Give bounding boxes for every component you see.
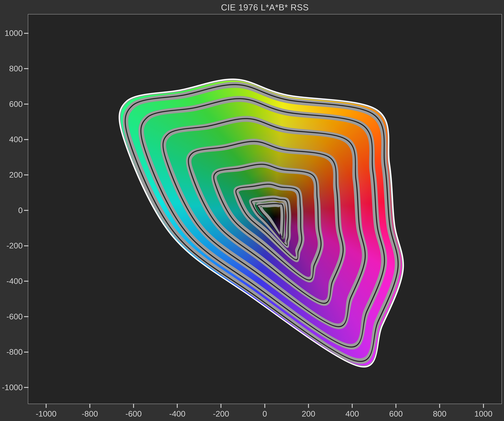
- x-tick-mark: [177, 404, 178, 408]
- gamut-slice-stack: [28, 14, 502, 404]
- y-tick-mark: [24, 245, 29, 246]
- x-tick-label: 0: [245, 409, 284, 418]
- y-tick-mark: [24, 210, 29, 211]
- y-tick-label: -200: [0, 241, 23, 250]
- y-tick-mark: [24, 281, 29, 282]
- x-tick-label: 800: [420, 409, 459, 418]
- x-tick-label: 200: [289, 409, 328, 418]
- x-tick-mark: [483, 404, 484, 408]
- y-tick-label: -1000: [0, 383, 23, 392]
- x-tick-label: -800: [70, 409, 109, 418]
- x-tick-label: 400: [333, 409, 372, 418]
- x-tick-label: 1000: [464, 409, 503, 418]
- chart-title: CIE 1976 L*A*B* RSS: [28, 2, 502, 13]
- y-tick-label: 0: [0, 206, 23, 215]
- plot-area: [28, 14, 502, 404]
- y-tick-mark: [24, 174, 29, 175]
- x-tick-label: -1000: [26, 409, 66, 418]
- y-tick-mark: [24, 104, 29, 104]
- x-tick-mark: [352, 404, 353, 408]
- y-tick-label: 600: [0, 99, 23, 109]
- y-tick-label: -600: [0, 312, 23, 321]
- x-tick-mark: [439, 404, 440, 408]
- y-tick-mark: [24, 387, 29, 388]
- y-tick-label: 1000: [0, 29, 23, 38]
- y-tick-mark: [24, 33, 29, 34]
- y-tick-mark: [24, 352, 29, 353]
- x-tick-label: -200: [201, 409, 241, 418]
- y-tick-label: 400: [0, 135, 23, 144]
- y-tick-label: -400: [0, 276, 23, 286]
- gamut-slice-fill-8: [28, 14, 501, 403]
- x-tick-mark: [221, 404, 222, 408]
- x-tick-mark: [133, 404, 134, 408]
- y-tick-mark: [24, 316, 29, 317]
- y-tick-mark: [24, 139, 29, 140]
- y-tick-label: 800: [0, 64, 23, 73]
- x-tick-label: -600: [114, 409, 153, 418]
- x-tick-mark: [46, 404, 47, 408]
- figure: CIE 1976 L*A*B* RSS -1000-800-600-400-20…: [0, 0, 504, 421]
- y-tick-label: -800: [0, 347, 23, 356]
- x-tick-label: -400: [158, 409, 197, 418]
- x-tick-mark: [308, 404, 309, 408]
- x-tick-label: 600: [376, 409, 416, 418]
- y-tick-mark: [24, 68, 29, 69]
- x-tick-mark: [89, 404, 90, 408]
- y-tick-label: 200: [0, 170, 23, 179]
- x-tick-mark: [396, 404, 396, 408]
- x-tick-mark: [264, 404, 265, 408]
